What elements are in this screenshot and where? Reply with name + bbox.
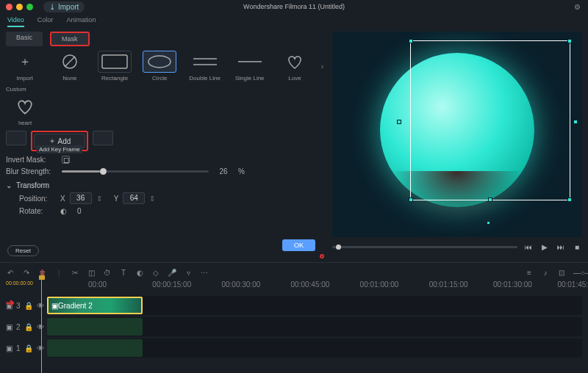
color-icon[interactable]: ◐ [135,269,144,277]
chevron-right-icon[interactable]: › [321,62,323,70]
ok-button[interactable]: OK [282,239,315,251]
transform-header[interactable]: ⌄ Transform [6,181,323,189]
keyframe-prev[interactable] [6,131,26,145]
subtabs: Basic Mask [6,32,323,46]
mask-custom-heart[interactable]: heart [6,95,44,126]
mute-icon[interactable]: 👁 [37,323,44,331]
rotate-dial-icon[interactable]: ◐ [60,207,67,215]
window-controls[interactable] [6,4,33,10]
subtab-mask[interactable]: Mask [50,32,90,46]
track-toggle-icon[interactable]: ▣ [6,323,12,331]
import-chip[interactable]: ⤓ Import [43,1,85,12]
tab-video[interactable]: Video [7,16,24,27]
marker-icon[interactable]: ▿ [184,269,193,277]
add-keyframe-label: Add [58,137,71,145]
mask-love[interactable]: Love [276,51,313,82]
mask-bounding-box[interactable] [410,40,570,200]
mask-rotate-handle[interactable] [487,221,490,225]
position-y-input[interactable]: 64 [123,192,145,204]
tab-animation[interactable]: Animation [66,16,96,27]
mask-none[interactable]: None [51,51,88,82]
plus-icon: ＋ [49,136,56,146]
timeline-panel: ↶ ↷ 🗑 | ✂ ◫ ⏱ T ◐ ◇ 🎤 ▿ ⋯ ≡ ♪ ⊡ ―○― 00:0… [0,262,588,373]
mask-double-line[interactable]: Double Line [186,51,223,82]
invert-mask-checkbox[interactable]: ◻ [62,156,70,164]
keyframe-tool-icon[interactable]: ◇ [151,269,160,277]
mask-side-handle[interactable] [573,120,578,124]
split-icon[interactable]: ✂ [71,269,79,277]
preview-viewport[interactable] [332,32,582,237]
custom-section-label: Custom [6,86,323,93]
prev-frame-button[interactable]: ⏮ [523,242,534,252]
lock-icon[interactable]: 🔒 [24,323,33,331]
stop-button[interactable]: ■ [572,242,582,252]
subtab-basic[interactable]: Basic [6,32,43,46]
lock-icon[interactable]: 🔒 [24,344,33,352]
clip-video[interactable] [47,339,143,357]
undo-icon[interactable]: ↶ [6,269,15,277]
more-tool-icon[interactable]: ⋯ [200,269,209,277]
speed-icon[interactable]: ⏱ [103,269,112,277]
audio-mixer-icon[interactable]: ♪ [541,269,550,277]
playhead[interactable] [41,279,42,373]
timeline-toolbar: ↶ ↷ 🗑 | ✂ ◫ ⏱ T ◐ ◇ 🎤 ▿ ⋯ ≡ ♪ ⊡ ―○― [6,266,582,279]
crop-icon[interactable]: ◫ [87,269,96,277]
zoom-slider-icon[interactable]: ―○― [573,269,582,277]
next-frame-button[interactable]: ⏭ [556,242,566,252]
blur-strength-label: Blur Strength: [6,167,56,175]
keyframe-next[interactable] [93,131,113,145]
mask-circle[interactable]: Circle [141,51,179,82]
track-3: ▣ 3 🔒 👁 ▣ Gradient 2 [6,296,582,315]
track-2: ▣ 2 🔒 👁 [6,317,582,336]
import-label: Import [58,3,79,11]
blur-strength-unit: % [238,167,245,175]
text-icon[interactable]: T [119,269,128,277]
titlebar: ⤓ Import Wondershare Filmora 11 (Untitle… [0,0,588,13]
position-x-input[interactable]: 36 [70,192,92,204]
lock-icon[interactable]: 🔒 [24,302,33,310]
position-label: Position: [19,195,56,203]
blur-strength-value[interactable]: 26 [215,167,232,175]
mute-icon[interactable]: 👁 [37,344,44,352]
zoom-fit-icon[interactable]: ⊡ [557,269,566,277]
preview-panel: ⏮ ▶ ⏭ ■ [329,29,588,262]
track-1: ▣ 1 🔒 👁 [6,338,582,358]
play-button[interactable]: ▶ [539,242,550,252]
blur-strength-slider[interactable] [62,170,209,173]
svg-line-1 [65,57,75,67]
track-toggle-icon[interactable]: ▣ [6,344,12,352]
clip-gradient[interactable]: ▣ Gradient 2 [47,297,143,314]
mask-single-line[interactable]: Single Line [231,51,268,82]
redo-icon[interactable]: ↷ [22,269,31,277]
mask-side-handle[interactable] [397,120,401,124]
invert-mask-label: Invert Mask: [6,156,56,164]
chevron-down-icon: ⌄ [6,181,12,189]
mute-icon[interactable]: 👁 [37,302,44,310]
inspector-panel: Basic Mask ＋ Import None Rectangle Circl… [0,29,329,262]
mixer-icon[interactable]: ≡ [525,269,534,277]
tab-color[interactable]: Color [37,16,54,27]
svg-rect-2 [102,55,127,68]
clip-icon: ▣ [51,302,58,310]
mask-import[interactable]: ＋ Import [6,51,43,82]
rotate-value[interactable]: 0 [77,207,82,215]
time-ruler[interactable]: 00:00 00:00:15:00 00:00:30:00 00:00:45:0… [88,280,582,294]
voiceover-icon[interactable]: 🎤 [168,269,176,277]
app-title: Wondershare Filmora 11 (Untitled) [243,3,345,10]
clip-video[interactable] [47,318,143,336]
import-icon: ⤓ [49,3,55,11]
add-keyframe-tooltip: Add Key Frame [37,145,82,153]
mask-rectangle[interactable]: Rectangle [96,51,133,82]
rotate-label: Rotate: [19,207,56,215]
svg-point-3 [148,56,171,68]
preview-scrubber[interactable] [332,246,517,248]
gear-icon[interactable]: ⚙ [574,3,581,11]
reset-button[interactable]: Reset [7,245,39,256]
annotation-arrow: ➔ [6,297,15,308]
top-tabs: Video Color Animation [0,13,588,29]
